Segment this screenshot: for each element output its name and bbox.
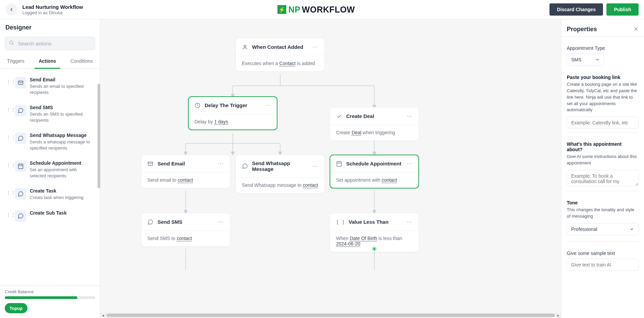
appointment-type-select[interactable]: SMS (567, 54, 604, 66)
sidebar-title: Designer (5, 24, 95, 31)
tab-actions[interactable]: Actions (35, 55, 60, 69)
node-title: Send SMS (158, 219, 214, 225)
workflow-title: Lead Nurturing Workflow (22, 4, 83, 10)
select-value: SMS (571, 57, 581, 62)
action-title: Send SMS (30, 105, 94, 110)
action-send-sms[interactable]: ⋮⋮ Send SMSSends an SMS to specified rec… (2, 100, 98, 128)
chat-icon (15, 210, 26, 222)
topup-button[interactable]: Topup (5, 303, 27, 313)
node-value-less-than[interactable]: [ ] Value Less Than ⋯ When Date Of Birth… (330, 213, 419, 252)
node-body: Send Whatsapp message to contact (236, 177, 325, 193)
drag-handle-icon[interactable]: ⋮⋮ (6, 188, 12, 201)
publish-button[interactable]: Publish (606, 3, 639, 16)
chat-icon (15, 133, 26, 144)
action-desc: Creats task when triggering (30, 195, 83, 201)
tone-help: This changes the tonality and style of m… (567, 207, 639, 220)
drag-handle-icon[interactable]: ⋮⋮ (6, 160, 12, 179)
booking-link-help: Create a booking page on a site like Cal… (567, 81, 639, 113)
sample-text-input[interactable] (567, 259, 639, 271)
brand-workflow: WORKFLOW (302, 5, 355, 15)
tone-heading: Tone (567, 200, 639, 205)
action-desc: Sends a whatsapp message to specified re… (30, 139, 94, 151)
svg-point-14 (244, 45, 246, 47)
node-delay-trigger[interactable]: Delay The Trigger ⋯ Delay by 1 days (188, 97, 277, 130)
drag-handle-icon[interactable]: ⋮⋮ (6, 77, 12, 95)
node-when-contact-added[interactable]: When Contact Added ⋯ Executes when a Con… (236, 38, 325, 72)
chat-icon (15, 105, 26, 116)
properties-panel: Properties ✕ Appointment Type SMS Paste … (561, 19, 644, 318)
divider (561, 36, 644, 37)
login-status: Logged in as Dinuka (22, 10, 83, 15)
node-menu-button[interactable]: ⋯ (312, 163, 318, 170)
node-menu-button[interactable]: ⋯ (265, 102, 271, 108)
sidebar-scrollbar[interactable] (98, 84, 100, 188)
tab-triggers[interactable]: Triggers (3, 55, 28, 68)
properties-title: Properties (567, 26, 597, 33)
svg-rect-17 (337, 162, 341, 166)
user-icon (242, 44, 248, 50)
node-title: Send Whatsapp Message (252, 160, 308, 172)
scroll-right-icon[interactable]: ► (556, 313, 561, 318)
node-body: Send SMS to contact (141, 231, 230, 246)
drag-handle-icon[interactable]: ⋮⋮ (6, 133, 12, 151)
scroll-left-icon[interactable]: ◄ (100, 313, 106, 318)
node-menu-button[interactable]: ⋯ (407, 113, 413, 119)
credit-footer: Credit Balance Topup (0, 285, 100, 318)
select-value: Professional (571, 226, 597, 232)
back-button[interactable] (5, 3, 18, 16)
booking-link-heading: Paste your booking link (567, 75, 639, 80)
node-title: Delay The Trigger (205, 102, 261, 108)
node-title: Create Deal (346, 113, 402, 119)
node-menu-button[interactable]: ⋯ (218, 160, 224, 167)
chat-icon (242, 163, 248, 169)
node-menu-button[interactable]: ⋯ (407, 219, 413, 225)
action-list: ⋮⋮ Send EmailSends an email to specified… (0, 69, 100, 285)
node-menu-button[interactable]: ⋯ (312, 44, 318, 50)
node-body: Send email to contact (141, 172, 230, 188)
appointment-about-help: Give AI some instructions about this app… (567, 154, 639, 166)
action-schedule-appointment[interactable]: ⋮⋮ Schedule AppointmentSet an appointmen… (2, 156, 98, 183)
appointment-about-input[interactable] (567, 170, 639, 186)
sidebar-tabs: Triggers Actions Conditions (0, 55, 100, 69)
action-title: Schedule Appointment (30, 160, 94, 166)
search-input[interactable] (5, 37, 95, 50)
appointment-type-label: Appointment Type (567, 45, 639, 51)
action-desc: Set an appointment with selected recipie… (30, 167, 94, 179)
scroll-thumb[interactable] (106, 314, 555, 317)
node-menu-button[interactable]: ⋯ (407, 160, 413, 167)
booking-link-input[interactable] (567, 117, 639, 129)
chat-icon (147, 219, 153, 225)
close-properties-button[interactable]: ✕ (633, 25, 639, 33)
action-create-task[interactable]: ⋮⋮ Create TaskCreats task when triggerin… (2, 183, 98, 205)
node-send-email[interactable]: Send Email ⋯ Send email to contact (141, 155, 230, 188)
svg-point-0 (10, 41, 13, 44)
node-title: Send Email (158, 161, 214, 166)
node-create-deal[interactable]: Create Deal ⋯ Create Deal when triggerin… (330, 107, 419, 141)
action-create-sub-task[interactable]: ⋮⋮ Create Sub Task (2, 205, 98, 226)
bolt-icon: ⚡ (277, 5, 286, 14)
brackets-icon: [ ] (336, 219, 345, 225)
sample-text-label: Give some sample text (567, 251, 639, 256)
check-icon (336, 113, 342, 119)
node-menu-button[interactable]: ⋯ (218, 219, 224, 225)
calendar-icon (336, 161, 342, 167)
node-body: Set appointment with contact (330, 172, 419, 188)
drag-handle-icon[interactable]: ⋮⋮ (6, 210, 12, 222)
node-body: Create Deal when triggering (330, 125, 419, 141)
mail-icon (15, 77, 26, 88)
node-send-sms[interactable]: Send SMS ⋯ Send SMS to contact (141, 213, 230, 246)
action-send-whatsapp[interactable]: ⋮⋮ Send Whatsapp MessageSends a whatsapp… (2, 128, 98, 156)
action-title: Create Task (30, 188, 83, 194)
connector-handle[interactable] (373, 247, 376, 251)
tone-select[interactable]: Professional (567, 223, 639, 235)
action-send-email[interactable]: ⋮⋮ Send EmailSends an email to specified… (2, 72, 98, 100)
tab-conditions[interactable]: Conditions (66, 55, 97, 68)
drag-handle-icon[interactable]: ⋮⋮ (6, 105, 12, 123)
svg-rect-3 (18, 164, 23, 169)
svg-line-1 (13, 44, 14, 45)
node-schedule-appointment[interactable]: Schedule Appointment ⋯ Set appointment w… (330, 155, 419, 188)
node-send-whatsapp[interactable]: Send Whatsapp Message ⋯ Send Whatsapp me… (236, 155, 325, 193)
discard-button[interactable]: Discard Changes (549, 3, 603, 16)
canvas-horizontal-scrollbar[interactable]: ◄ ► (100, 313, 561, 318)
node-body: Delay by 1 days (188, 114, 277, 130)
